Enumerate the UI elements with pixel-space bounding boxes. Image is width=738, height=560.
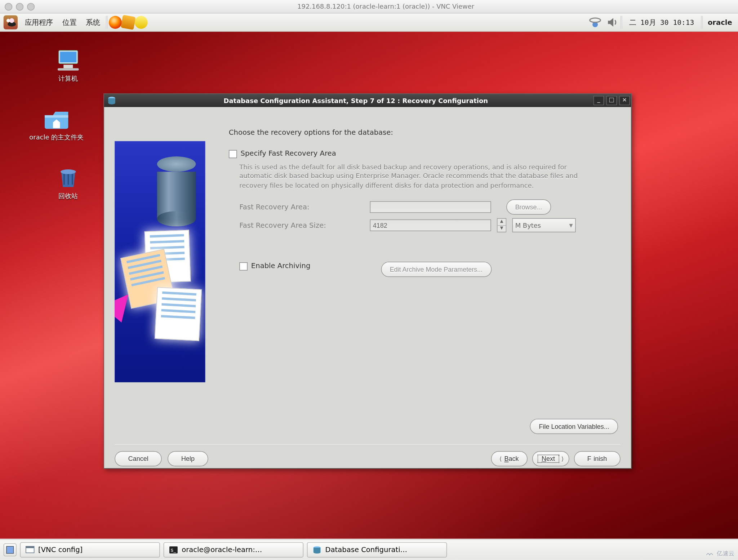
cancel-button[interactable]: Cancel xyxy=(115,451,162,466)
fra-size-spinner[interactable]: ▲▼ xyxy=(497,218,506,232)
panel-separator xyxy=(106,16,108,29)
svg-rect-11 xyxy=(6,546,14,554)
database-icon xyxy=(312,545,322,555)
help-button[interactable]: Help xyxy=(168,451,208,466)
fra-size-unit-select[interactable]: M Bytes ▼ xyxy=(512,218,575,232)
menu-applications[interactable]: 应用程序 xyxy=(20,17,57,27)
svg-rect-8 xyxy=(58,68,79,71)
home-folder-icon xyxy=(43,107,71,130)
fra-size-unit-value: M Bytes xyxy=(515,222,541,229)
window-minimize-button[interactable]: _ xyxy=(593,96,604,105)
back-button[interactable]: ⟨ BBackack xyxy=(491,451,528,466)
network-status-icon[interactable] xyxy=(588,16,601,29)
watermark: 亿速云 xyxy=(706,549,734,557)
svg-rect-6 xyxy=(60,52,76,62)
menu-system[interactable]: 系统 xyxy=(81,17,105,27)
notes-launcher-icon[interactable] xyxy=(135,16,148,29)
svg-text:$_: $_ xyxy=(170,547,176,553)
dialog-side-graphic xyxy=(115,141,205,382)
clock-label[interactable]: 二 10月 30 10:13 xyxy=(629,17,694,27)
fra-path-label: Fast Recovery Area: xyxy=(239,203,364,211)
host-titlebar: 192.168.8.120:1 (oracle-learn:1 (oracle)… xyxy=(0,0,738,14)
panel-separator xyxy=(620,16,622,29)
enable-archiving-checkbox[interactable] xyxy=(239,262,248,271)
dialog-intro-text: Choose the recovery options for the data… xyxy=(229,128,618,137)
svg-point-2 xyxy=(9,18,14,23)
trash-icon xyxy=(54,166,82,189)
menu-places[interactable]: 位置 xyxy=(58,17,81,27)
svg-point-9 xyxy=(61,169,76,174)
file-location-variables-button[interactable]: File Location Variables... xyxy=(530,419,618,434)
fra-size-input[interactable] xyxy=(370,219,491,231)
enable-archiving-label: Enable Archiving xyxy=(251,262,310,270)
fra-size-label: Fast Recovery Area Size: xyxy=(239,221,364,230)
taskbar-item-dbca[interactable]: Database Configurati… xyxy=(307,542,447,557)
dialog-titlebar[interactable]: Database Configuration Assistant, Step 7… xyxy=(104,94,631,107)
gnome-top-panel: 应用程序 位置 系统 二 10月 30 10:13 oracle xyxy=(0,14,738,32)
next-button[interactable]: NNextext ⟩ xyxy=(532,451,569,466)
host-window-title: 192.168.8.120:1 (oracle-learn:1 (oracle)… xyxy=(38,3,733,10)
desktop-background[interactable]: 计算机 oracle 的主文件夹 回收站 Database Configurat… xyxy=(0,32,738,539)
mac-zoom-icon[interactable] xyxy=(27,3,35,10)
chevron-down-icon: ▼ xyxy=(569,223,573,228)
dialog-title: Database Configuration Assistant, Step 7… xyxy=(119,97,592,104)
desktop-icon-label: 计算机 xyxy=(33,74,103,83)
edit-archive-params-button[interactable]: Edit Archive Mode Parameters... xyxy=(381,262,491,277)
firefox-launcher-icon[interactable] xyxy=(109,16,122,29)
window-maximize-button[interactable]: □ xyxy=(606,96,617,105)
show-desktop-icon[interactable] xyxy=(4,543,17,556)
desktop-icon-home[interactable]: oracle 的主文件夹 xyxy=(21,107,92,142)
desktop-icon-label: 回收站 xyxy=(33,192,103,200)
chevron-right-icon: ⟩ xyxy=(561,455,564,462)
mac-minimize-icon[interactable] xyxy=(16,3,23,10)
window-icon xyxy=(25,545,35,555)
specify-fra-description: This is used as the default for all disk… xyxy=(239,163,592,190)
window-close-button[interactable]: × xyxy=(619,96,630,105)
svg-rect-7 xyxy=(63,65,73,68)
taskbar-item-label: oracle@oracle-learn:… xyxy=(182,546,262,554)
dialog-app-icon xyxy=(106,95,117,106)
terminal-icon: $_ xyxy=(169,545,178,555)
package-manager-icon[interactable] xyxy=(121,15,136,30)
specify-fra-label: Specify Fast Recovery Area xyxy=(240,150,336,158)
desktop-icon-computer[interactable]: 计算机 xyxy=(33,48,103,83)
dbca-dialog: Database Configuration Assistant, Step 7… xyxy=(103,93,632,468)
browse-button[interactable]: Browse... xyxy=(506,200,551,215)
taskbar-item-label: [VNC config] xyxy=(38,546,83,554)
distro-menu-icon[interactable] xyxy=(4,15,18,29)
specify-fra-checkbox[interactable] xyxy=(229,150,237,158)
taskbar-item-label: Database Configurati… xyxy=(325,546,407,554)
svg-rect-13 xyxy=(26,546,34,548)
session-user-label[interactable]: oracle xyxy=(708,18,732,27)
chevron-left-icon: ⟨ xyxy=(499,455,502,462)
gnome-bottom-panel: [VNC config] $_ oracle@oracle-learn:… Da… xyxy=(0,539,738,560)
taskbar-item-terminal[interactable]: $_ oracle@oracle-learn:… xyxy=(164,542,303,557)
mac-close-icon[interactable] xyxy=(5,3,12,10)
taskbar-item-vnc-config[interactable]: [VNC config] xyxy=(20,542,160,557)
panel-separator xyxy=(701,16,703,29)
dialog-separator xyxy=(115,444,621,445)
desktop-icon-label: oracle 的主文件夹 xyxy=(21,133,92,142)
desktop-icon-trash[interactable]: 回收站 xyxy=(33,166,103,200)
volume-icon[interactable] xyxy=(606,16,619,29)
finish-button[interactable]: FFinishinish xyxy=(574,451,621,466)
computer-icon xyxy=(54,48,82,72)
fra-path-input[interactable] xyxy=(370,201,491,213)
svg-point-4 xyxy=(590,18,600,22)
